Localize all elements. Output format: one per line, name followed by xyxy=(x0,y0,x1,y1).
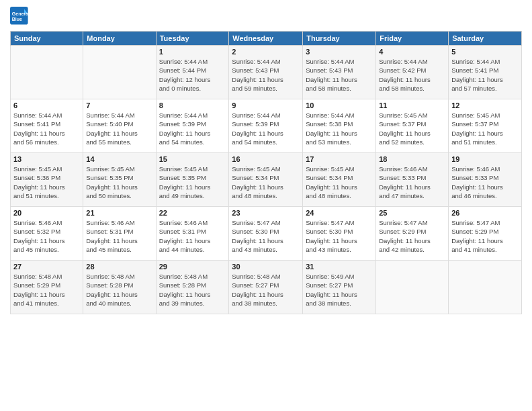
day-number: 6 xyxy=(13,101,80,109)
day-number: 21 xyxy=(86,209,152,217)
day-info: Sunrise: 5:48 AM Sunset: 5:28 PM Dayligh… xyxy=(159,272,226,308)
day-cell: 27Sunrise: 5:48 AM Sunset: 5:29 PM Dayli… xyxy=(11,261,83,314)
weekday-header-wednesday: Wednesday xyxy=(229,32,303,46)
day-info: Sunrise: 5:47 AM Sunset: 5:30 PM Dayligh… xyxy=(232,218,300,254)
day-cell: 30Sunrise: 5:48 AM Sunset: 5:27 PM Dayli… xyxy=(229,261,303,314)
day-number: 8 xyxy=(159,101,226,109)
day-info: Sunrise: 5:44 AM Sunset: 5:41 PM Dayligh… xyxy=(451,57,519,93)
day-number: 10 xyxy=(306,101,373,109)
day-cell: 21Sunrise: 5:46 AM Sunset: 5:31 PM Dayli… xyxy=(83,207,156,261)
day-number: 22 xyxy=(159,209,226,217)
day-info: Sunrise: 5:45 AM Sunset: 5:35 PM Dayligh… xyxy=(86,165,152,200)
day-cell: 10Sunrise: 5:44 AM Sunset: 5:38 PM Dayli… xyxy=(303,99,376,153)
logo-icon: General Blue xyxy=(10,7,29,26)
day-number: 1 xyxy=(159,48,226,56)
day-cell: 17Sunrise: 5:45 AM Sunset: 5:34 PM Dayli… xyxy=(303,153,376,207)
day-info: Sunrise: 5:46 AM Sunset: 5:33 PM Dayligh… xyxy=(379,165,445,200)
day-cell xyxy=(449,261,522,314)
day-number: 31 xyxy=(306,263,373,271)
day-info: Sunrise: 5:49 AM Sunset: 5:27 PM Dayligh… xyxy=(306,272,373,308)
day-cell: 8Sunrise: 5:44 AM Sunset: 5:39 PM Daylig… xyxy=(156,99,229,153)
weekday-header-thursday: Thursday xyxy=(303,32,376,46)
day-number: 27 xyxy=(13,263,80,271)
day-number: 29 xyxy=(159,263,226,271)
day-info: Sunrise: 5:47 AM Sunset: 5:29 PM Dayligh… xyxy=(379,218,445,254)
day-cell: 5Sunrise: 5:44 AM Sunset: 5:41 PM Daylig… xyxy=(449,46,522,99)
day-cell: 3Sunrise: 5:44 AM Sunset: 5:43 PM Daylig… xyxy=(303,46,376,99)
day-cell xyxy=(83,46,156,99)
day-info: Sunrise: 5:48 AM Sunset: 5:28 PM Dayligh… xyxy=(86,272,152,308)
day-info: Sunrise: 5:45 AM Sunset: 5:34 PM Dayligh… xyxy=(232,165,300,200)
day-number: 7 xyxy=(86,101,152,109)
logo: General Blue xyxy=(10,7,32,26)
day-info: Sunrise: 5:44 AM Sunset: 5:40 PM Dayligh… xyxy=(86,111,152,146)
day-info: Sunrise: 5:44 AM Sunset: 5:42 PM Dayligh… xyxy=(379,57,445,93)
day-number: 2 xyxy=(232,48,300,56)
day-info: Sunrise: 5:45 AM Sunset: 5:37 PM Dayligh… xyxy=(451,111,519,146)
day-info: Sunrise: 5:48 AM Sunset: 5:29 PM Dayligh… xyxy=(13,272,80,308)
day-number: 18 xyxy=(379,155,445,163)
day-number: 15 xyxy=(159,155,226,163)
calendar-page: General Blue SundayMondayTuesdayWednesda… xyxy=(0,0,532,411)
day-cell: 1Sunrise: 5:44 AM Sunset: 5:44 PM Daylig… xyxy=(156,46,229,99)
day-cell: 12Sunrise: 5:45 AM Sunset: 5:37 PM Dayli… xyxy=(449,99,522,153)
week-row-5: 27Sunrise: 5:48 AM Sunset: 5:29 PM Dayli… xyxy=(11,261,522,314)
day-info: Sunrise: 5:44 AM Sunset: 5:39 PM Dayligh… xyxy=(159,111,226,146)
day-cell: 13Sunrise: 5:45 AM Sunset: 5:36 PM Dayli… xyxy=(11,153,83,207)
day-number: 14 xyxy=(86,155,152,163)
day-number: 5 xyxy=(451,48,519,56)
week-row-3: 13Sunrise: 5:45 AM Sunset: 5:36 PM Dayli… xyxy=(11,153,522,207)
day-number: 30 xyxy=(232,263,300,271)
day-info: Sunrise: 5:47 AM Sunset: 5:29 PM Dayligh… xyxy=(451,218,519,254)
day-info: Sunrise: 5:45 AM Sunset: 5:37 PM Dayligh… xyxy=(379,111,445,146)
day-info: Sunrise: 5:48 AM Sunset: 5:27 PM Dayligh… xyxy=(232,272,300,308)
weekday-header-row: SundayMondayTuesdayWednesdayThursdayFrid… xyxy=(11,32,522,46)
weekday-header-saturday: Saturday xyxy=(449,32,522,46)
day-number: 16 xyxy=(232,155,300,163)
day-cell: 23Sunrise: 5:47 AM Sunset: 5:30 PM Dayli… xyxy=(229,207,303,261)
day-info: Sunrise: 5:45 AM Sunset: 5:36 PM Dayligh… xyxy=(13,165,80,200)
day-info: Sunrise: 5:45 AM Sunset: 5:34 PM Dayligh… xyxy=(306,165,373,200)
header: General Blue xyxy=(10,7,522,26)
day-info: Sunrise: 5:46 AM Sunset: 5:33 PM Dayligh… xyxy=(451,165,519,200)
day-number: 9 xyxy=(232,101,300,109)
day-cell: 6Sunrise: 5:44 AM Sunset: 5:41 PM Daylig… xyxy=(11,99,83,153)
svg-text:General: General xyxy=(12,11,29,16)
day-cell: 26Sunrise: 5:47 AM Sunset: 5:29 PM Dayli… xyxy=(449,207,522,261)
day-number: 23 xyxy=(232,209,300,217)
day-cell: 16Sunrise: 5:45 AM Sunset: 5:34 PM Dayli… xyxy=(229,153,303,207)
day-cell: 2Sunrise: 5:44 AM Sunset: 5:43 PM Daylig… xyxy=(229,46,303,99)
day-cell: 24Sunrise: 5:47 AM Sunset: 5:30 PM Dayli… xyxy=(303,207,376,261)
day-info: Sunrise: 5:44 AM Sunset: 5:38 PM Dayligh… xyxy=(306,111,373,146)
day-cell: 22Sunrise: 5:46 AM Sunset: 5:31 PM Dayli… xyxy=(156,207,229,261)
day-info: Sunrise: 5:46 AM Sunset: 5:32 PM Dayligh… xyxy=(13,218,80,254)
day-cell: 14Sunrise: 5:45 AM Sunset: 5:35 PM Dayli… xyxy=(83,153,156,207)
calendar-table: SundayMondayTuesdayWednesdayThursdayFrid… xyxy=(10,31,522,314)
day-number: 26 xyxy=(451,209,519,217)
day-cell: 9Sunrise: 5:44 AM Sunset: 5:39 PM Daylig… xyxy=(229,99,303,153)
day-cell: 18Sunrise: 5:46 AM Sunset: 5:33 PM Dayli… xyxy=(376,153,449,207)
day-cell: 4Sunrise: 5:44 AM Sunset: 5:42 PM Daylig… xyxy=(376,46,449,99)
day-cell xyxy=(11,46,83,99)
day-info: Sunrise: 5:44 AM Sunset: 5:39 PM Dayligh… xyxy=(232,111,300,146)
week-row-2: 6Sunrise: 5:44 AM Sunset: 5:41 PM Daylig… xyxy=(11,99,522,153)
day-number: 20 xyxy=(13,209,80,217)
weekday-header-friday: Friday xyxy=(376,32,449,46)
day-info: Sunrise: 5:47 AM Sunset: 5:30 PM Dayligh… xyxy=(306,218,373,254)
day-info: Sunrise: 5:45 AM Sunset: 5:35 PM Dayligh… xyxy=(159,165,226,200)
day-info: Sunrise: 5:46 AM Sunset: 5:31 PM Dayligh… xyxy=(159,218,226,254)
day-number: 3 xyxy=(306,48,373,56)
weekday-header-tuesday: Tuesday xyxy=(156,32,229,46)
day-cell: 20Sunrise: 5:46 AM Sunset: 5:32 PM Dayli… xyxy=(11,207,83,261)
day-cell: 25Sunrise: 5:47 AM Sunset: 5:29 PM Dayli… xyxy=(376,207,449,261)
week-row-1: 1Sunrise: 5:44 AM Sunset: 5:44 PM Daylig… xyxy=(11,46,522,99)
day-cell: 31Sunrise: 5:49 AM Sunset: 5:27 PM Dayli… xyxy=(303,261,376,314)
day-info: Sunrise: 5:44 AM Sunset: 5:43 PM Dayligh… xyxy=(306,57,373,93)
day-number: 19 xyxy=(451,155,519,163)
day-cell xyxy=(376,261,449,314)
day-number: 4 xyxy=(379,48,445,56)
day-cell: 19Sunrise: 5:46 AM Sunset: 5:33 PM Dayli… xyxy=(449,153,522,207)
weekday-header-sunday: Sunday xyxy=(11,32,83,46)
week-row-4: 20Sunrise: 5:46 AM Sunset: 5:32 PM Dayli… xyxy=(11,207,522,261)
day-cell: 29Sunrise: 5:48 AM Sunset: 5:28 PM Dayli… xyxy=(156,261,229,314)
